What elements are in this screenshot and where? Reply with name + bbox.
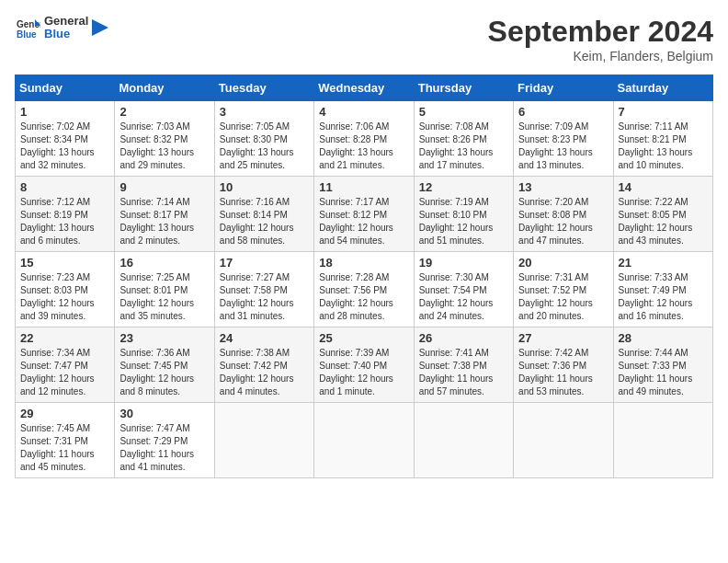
day-info: Sunrise: 7:14 AM Sunset: 8:17 PM Dayligh… <box>119 196 209 247</box>
day-info: Sunrise: 7:44 AM Sunset: 7:33 PM Dayligh… <box>619 347 708 398</box>
title-area: September 2024 Keim, Flanders, Belgium <box>488 15 713 63</box>
calendar-cell: 28Sunrise: 7:44 AM Sunset: 7:33 PM Dayli… <box>613 327 712 403</box>
calendar-cell: 15Sunrise: 7:23 AM Sunset: 8:03 PM Dayli… <box>16 252 115 327</box>
header-row: SundayMondayTuesdayWednesdayThursdayFrid… <box>16 75 713 101</box>
calendar-cell <box>613 403 712 478</box>
calendar-cell: 10Sunrise: 7:16 AM Sunset: 8:14 PM Dayli… <box>214 177 313 252</box>
logo-text-general: General <box>44 15 88 28</box>
calendar-cell: 4Sunrise: 7:06 AM Sunset: 8:28 PM Daylig… <box>314 101 414 177</box>
day-info: Sunrise: 7:31 AM Sunset: 7:52 PM Dayligh… <box>518 271 608 323</box>
day-number: 14 <box>619 180 708 194</box>
calendar-cell: 23Sunrise: 7:36 AM Sunset: 7:45 PM Dayli… <box>115 327 214 403</box>
col-header-wednesday: Wednesday <box>314 75 414 101</box>
calendar-cell: 6Sunrise: 7:09 AM Sunset: 8:23 PM Daylig… <box>514 101 613 177</box>
day-number: 6 <box>518 105 608 119</box>
day-number: 27 <box>518 331 608 345</box>
col-header-thursday: Thursday <box>414 75 513 101</box>
day-number: 24 <box>220 331 309 345</box>
day-info: Sunrise: 7:03 AM Sunset: 8:32 PM Dayligh… <box>119 121 209 172</box>
calendar-cell: 19Sunrise: 7:30 AM Sunset: 7:54 PM Dayli… <box>414 252 513 327</box>
day-number: 23 <box>119 331 209 345</box>
calendar-cell: 7Sunrise: 7:11 AM Sunset: 8:21 PM Daylig… <box>613 101 712 177</box>
day-info: Sunrise: 7:02 AM Sunset: 8:34 PM Dayligh… <box>20 121 109 172</box>
day-number: 29 <box>20 407 109 420</box>
day-number: 8 <box>20 180 109 194</box>
day-number: 16 <box>119 256 209 270</box>
day-info: Sunrise: 7:22 AM Sunset: 8:05 PM Dayligh… <box>619 196 708 247</box>
svg-text:Blue: Blue <box>17 29 37 40</box>
day-number: 2 <box>119 105 209 119</box>
day-info: Sunrise: 7:09 AM Sunset: 8:23 PM Dayligh… <box>518 121 608 172</box>
day-info: Sunrise: 7:33 AM Sunset: 7:49 PM Dayligh… <box>619 271 708 323</box>
sub-title: Keim, Flanders, Belgium <box>488 49 713 63</box>
calendar-row-4: 22Sunrise: 7:34 AM Sunset: 7:47 PM Dayli… <box>16 327 713 403</box>
calendar-cell: 29Sunrise: 7:45 AM Sunset: 7:31 PM Dayli… <box>16 403 115 478</box>
day-info: Sunrise: 7:27 AM Sunset: 7:58 PM Dayligh… <box>220 271 309 323</box>
calendar-cell: 1Sunrise: 7:02 AM Sunset: 8:34 PM Daylig… <box>16 101 115 177</box>
day-number: 10 <box>220 180 309 194</box>
day-info: Sunrise: 7:28 AM Sunset: 7:56 PM Dayligh… <box>319 271 408 323</box>
calendar-row-3: 15Sunrise: 7:23 AM Sunset: 8:03 PM Dayli… <box>16 252 713 327</box>
calendar-cell: 17Sunrise: 7:27 AM Sunset: 7:58 PM Dayli… <box>214 252 313 327</box>
logo: General Blue General Blue <box>15 15 108 41</box>
day-info: Sunrise: 7:38 AM Sunset: 7:42 PM Dayligh… <box>220 347 309 398</box>
calendar-cell <box>514 403 613 478</box>
calendar-cell: 16Sunrise: 7:25 AM Sunset: 8:01 PM Dayli… <box>115 252 214 327</box>
calendar-cell <box>414 403 513 478</box>
logo-arrow-icon <box>92 19 108 36</box>
day-number: 25 <box>319 331 408 345</box>
day-number: 3 <box>220 105 309 119</box>
calendar-cell: 26Sunrise: 7:41 AM Sunset: 7:38 PM Dayli… <box>414 327 513 403</box>
logo-icon: General Blue <box>15 15 40 40</box>
calendar-row-2: 8Sunrise: 7:12 AM Sunset: 8:19 PM Daylig… <box>16 177 713 252</box>
day-info: Sunrise: 7:39 AM Sunset: 7:40 PM Dayligh… <box>319 347 408 398</box>
day-info: Sunrise: 7:42 AM Sunset: 7:36 PM Dayligh… <box>518 347 608 398</box>
day-number: 21 <box>619 256 708 270</box>
day-number: 15 <box>20 256 109 270</box>
main-title: September 2024 <box>488 15 713 49</box>
calendar-cell: 25Sunrise: 7:39 AM Sunset: 7:40 PM Dayli… <box>314 327 414 403</box>
calendar-cell: 8Sunrise: 7:12 AM Sunset: 8:19 PM Daylig… <box>16 177 115 252</box>
col-header-tuesday: Tuesday <box>214 75 313 101</box>
calendar-cell: 27Sunrise: 7:42 AM Sunset: 7:36 PM Dayli… <box>514 327 613 403</box>
day-number: 22 <box>20 331 109 345</box>
day-number: 1 <box>20 105 109 119</box>
day-number: 19 <box>419 256 508 270</box>
day-info: Sunrise: 7:17 AM Sunset: 8:12 PM Dayligh… <box>319 196 408 247</box>
day-number: 7 <box>619 105 708 119</box>
day-info: Sunrise: 7:16 AM Sunset: 8:14 PM Dayligh… <box>220 196 309 247</box>
calendar-cell: 5Sunrise: 7:08 AM Sunset: 8:26 PM Daylig… <box>414 101 513 177</box>
calendar-cell: 14Sunrise: 7:22 AM Sunset: 8:05 PM Dayli… <box>613 177 712 252</box>
calendar-cell: 18Sunrise: 7:28 AM Sunset: 7:56 PM Dayli… <box>314 252 414 327</box>
day-info: Sunrise: 7:25 AM Sunset: 8:01 PM Dayligh… <box>119 271 209 323</box>
day-info: Sunrise: 7:30 AM Sunset: 7:54 PM Dayligh… <box>419 271 508 323</box>
day-info: Sunrise: 7:19 AM Sunset: 8:10 PM Dayligh… <box>419 196 508 247</box>
calendar-cell: 12Sunrise: 7:19 AM Sunset: 8:10 PM Dayli… <box>414 177 513 252</box>
col-header-sunday: Sunday <box>16 75 115 101</box>
day-info: Sunrise: 7:08 AM Sunset: 8:26 PM Dayligh… <box>419 121 508 172</box>
day-number: 20 <box>518 256 608 270</box>
day-number: 4 <box>319 105 408 119</box>
day-number: 5 <box>419 105 508 119</box>
calendar-cell: 21Sunrise: 7:33 AM Sunset: 7:49 PM Dayli… <box>613 252 712 327</box>
day-info: Sunrise: 7:45 AM Sunset: 7:31 PM Dayligh… <box>20 422 109 474</box>
day-number: 9 <box>119 180 209 194</box>
day-info: Sunrise: 7:34 AM Sunset: 7:47 PM Dayligh… <box>20 347 109 398</box>
calendar-cell <box>214 403 313 478</box>
col-header-monday: Monday <box>115 75 214 101</box>
calendar-cell: 3Sunrise: 7:05 AM Sunset: 8:30 PM Daylig… <box>214 101 313 177</box>
calendar-cell: 30Sunrise: 7:47 AM Sunset: 7:29 PM Dayli… <box>115 403 214 478</box>
day-number: 28 <box>619 331 708 345</box>
day-info: Sunrise: 7:12 AM Sunset: 8:19 PM Dayligh… <box>20 196 109 247</box>
calendar-cell: 13Sunrise: 7:20 AM Sunset: 8:08 PM Dayli… <box>514 177 613 252</box>
logo-text-blue: Blue <box>44 28 88 40</box>
day-number: 26 <box>419 331 508 345</box>
day-number: 18 <box>319 256 408 270</box>
day-info: Sunrise: 7:47 AM Sunset: 7:29 PM Dayligh… <box>119 422 209 474</box>
day-number: 30 <box>119 407 209 420</box>
day-number: 13 <box>518 180 608 194</box>
day-number: 12 <box>419 180 508 194</box>
calendar-table: SundayMondayTuesdayWednesdayThursdayFrid… <box>15 75 713 478</box>
day-number: 11 <box>319 180 408 194</box>
calendar-cell <box>314 403 414 478</box>
